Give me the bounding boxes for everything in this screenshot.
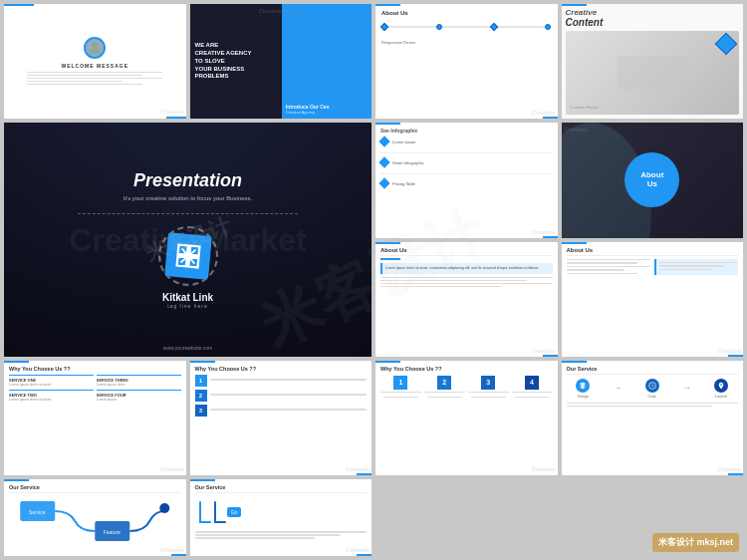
why-col-1: SERVICE ONE Lorem ipsum dolor sit amet S… xyxy=(9,375,94,403)
why4-col-1: 1 xyxy=(380,376,421,400)
body-line xyxy=(27,72,162,74)
creative-watermark: Creative xyxy=(717,348,741,354)
di-item-3: Pricing Table xyxy=(380,179,553,187)
di-divider xyxy=(380,173,553,174)
body-line xyxy=(567,403,739,405)
why-col-2: SERVICE THREE Lorem ipsum dolor SERVICE … xyxy=(97,375,181,403)
num-1: 1 xyxy=(393,376,407,390)
diamond-icon xyxy=(378,157,389,168)
body-line xyxy=(567,266,650,268)
about-highlight-text: Lorem ipsum dolor sit amet, consectetur … xyxy=(385,266,550,271)
service-icon-2 xyxy=(648,382,656,390)
why4-col-3: 3 xyxy=(468,376,509,400)
creative-watermark: Creative Market xyxy=(258,8,303,14)
why4-col-4: 4 xyxy=(512,376,553,400)
svc-label: Design xyxy=(578,395,589,399)
body-line xyxy=(380,280,527,282)
timeline-dots xyxy=(381,24,552,30)
svc-icon-circle xyxy=(576,379,590,393)
creative-content-title: Creative Content xyxy=(566,8,740,28)
accent-bottom xyxy=(543,117,558,119)
di-item-2: Smart Infographic xyxy=(380,158,553,166)
creative-watermark: Creative xyxy=(346,547,370,553)
diamond-icon xyxy=(715,33,738,56)
timeline-dot-2 xyxy=(436,24,442,30)
slide-our-service-1: Our Service Design → Code → Launch xyxy=(562,361,744,475)
di-text: Lorem Ipsum xyxy=(392,140,415,144)
ni-num-1: 1 xyxy=(195,375,207,387)
why4-items: 1 2 3 4 xyxy=(380,376,553,400)
body-line xyxy=(195,534,342,536)
why-item-body: Lorem ipsum xyxy=(97,398,181,403)
body-line xyxy=(195,537,316,539)
why-item-body: Lorem ipsum dolor xyxy=(97,383,181,388)
slide-introduce-ceo: WE ARE CREATIVE AGENCY TO SLOVE YOUR BUS… xyxy=(190,4,373,119)
accent-bar-bottom xyxy=(166,117,186,119)
service-icons: Design → Code → Launch xyxy=(567,379,739,399)
body-line xyxy=(380,277,553,279)
col-2 xyxy=(654,259,738,277)
why-item-3: SERVICE THREE Lorem ipsum dolor xyxy=(97,375,181,388)
creative-watermark: Creative xyxy=(160,109,184,115)
slide-main-presentation: Creative Market Presentation It's your c… xyxy=(4,123,372,357)
ceo-left-panel: WE ARE CREATIVE AGENCY TO SLOVE YOUR BUS… xyxy=(190,4,282,119)
body-line xyxy=(515,397,550,399)
service-body-lines xyxy=(567,403,739,408)
dashed-separator xyxy=(78,213,298,214)
why4-col-2: 2 xyxy=(424,376,465,400)
body-line xyxy=(27,75,142,77)
accent-top xyxy=(375,4,400,6)
accent-top xyxy=(4,479,29,481)
service2-title: Our Service xyxy=(9,484,181,493)
why-item-2: SERVICE TWO Lorem ipsum dolor sit amet xyxy=(9,390,94,403)
ni-item-2: 2 xyxy=(195,390,368,402)
arrow-right-2: → xyxy=(682,384,690,393)
diamond-list: Lorem Ipsum Smart Infographic Pricing Ta… xyxy=(380,138,553,187)
arrow-right-1: → xyxy=(614,384,622,393)
body-line xyxy=(471,397,506,399)
body-line xyxy=(659,262,735,264)
body-line xyxy=(27,84,142,86)
presentation-subtitle: It's your creative solution to focus you… xyxy=(124,195,253,201)
service-pipe-container: Service Feature xyxy=(9,496,181,551)
slide-welcome: WELCOME MESSAGE Creative xyxy=(4,4,186,119)
body-line xyxy=(380,286,501,288)
about2-title: About Us xyxy=(567,247,739,256)
accent-top xyxy=(562,4,587,6)
slide-why-choose-numbered: Why You Choose Us ?? 1 2 3 Creative xyxy=(190,361,373,475)
about-body-lines xyxy=(380,277,553,288)
mksj-badge: 米客设计 mksj.net xyxy=(652,533,739,552)
blue-box xyxy=(654,259,738,276)
creative-content-image: Creative Market xyxy=(566,31,740,115)
di-text: Pricing Table xyxy=(392,181,415,186)
accent-bottom xyxy=(357,554,372,556)
svc-icon-2: Code xyxy=(645,379,659,399)
slide-about-timeline: About Us Responsive Device Creative xyxy=(375,4,558,119)
about-text-2: Us xyxy=(647,180,657,189)
svc-label-2: Code xyxy=(648,395,656,399)
why-title: Why You Choose Us ?? xyxy=(9,366,181,372)
creative-watermark: Creative xyxy=(565,127,589,133)
why-item-body: Lorem ipsum dolor sit amet xyxy=(9,383,94,388)
about-title: About Us xyxy=(381,10,552,16)
di-text: Smart Infographic xyxy=(392,160,424,165)
accent-top xyxy=(190,479,215,481)
presentation-title: Presentation xyxy=(133,170,242,191)
brand-tagline: tag line here xyxy=(167,303,208,309)
timeline-dot-3 xyxy=(489,23,497,31)
body-line xyxy=(27,81,122,83)
ni-item-3: 3 xyxy=(195,405,368,417)
service-icon-1 xyxy=(579,382,587,390)
body-line xyxy=(27,78,162,80)
slide-our-service-2: Our Service Service Feature Creative xyxy=(4,479,186,556)
accent-bottom xyxy=(728,473,743,475)
svg-point-0 xyxy=(92,42,98,48)
blue-bar xyxy=(380,258,400,260)
ni-item-1: 1 xyxy=(195,375,368,387)
svg-text:Feature: Feature xyxy=(104,529,121,535)
service-icon-3 xyxy=(717,382,725,390)
slide-infographic: See Infographic Lorem Ipsum Smart Infogr… xyxy=(375,123,558,237)
responsive-label: Responsive Device xyxy=(381,40,552,45)
creative-watermark: Creative xyxy=(346,466,370,472)
accent-top xyxy=(562,242,587,244)
